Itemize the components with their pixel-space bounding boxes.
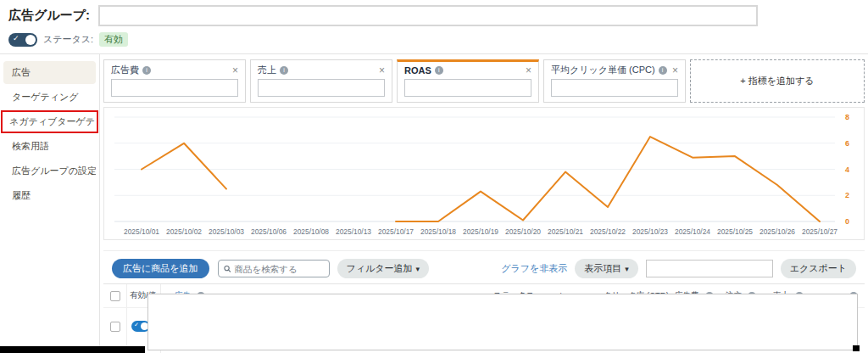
- add-filter-button[interactable]: フィルター追加 ▾: [337, 259, 430, 278]
- products-toolbar: 広告に商品を追加 フィルター追加 ▾ グラフを非表示 表示項目 ▾: [103, 250, 865, 278]
- product-search-input[interactable]: [234, 264, 323, 274]
- chevron-down-icon: ▾: [625, 265, 629, 273]
- svg-text:2025/10/18: 2025/10/18: [420, 227, 456, 236]
- row-checkbox[interactable]: [110, 322, 120, 332]
- svg-text:2025/10/13: 2025/10/13: [336, 227, 371, 236]
- chart-panel: 024682025/10/012025/10/022025/10/032025/…: [103, 107, 865, 240]
- row-content-placeholder: [147, 294, 858, 350]
- columns-button[interactable]: 表示項目 ▾: [575, 259, 638, 278]
- product-search[interactable]: [218, 260, 330, 277]
- status-row: ✓ ステータス: 有効: [0, 26, 868, 53]
- close-icon[interactable]: ×: [379, 64, 385, 76]
- sidebar-item-0[interactable]: 広告: [3, 61, 96, 84]
- select-all-checkbox[interactable]: [110, 291, 120, 301]
- metric-card-0[interactable]: 広告費i×: [103, 59, 246, 103]
- check-icon: ✓: [134, 322, 139, 328]
- svg-text:2025/10/25: 2025/10/25: [717, 227, 753, 236]
- svg-text:2025/10/24: 2025/10/24: [675, 227, 710, 236]
- sidebar-item-1[interactable]: ターゲティング: [3, 86, 96, 109]
- export-label: エクスポート: [790, 262, 847, 275]
- svg-text:2025/10/19: 2025/10/19: [463, 227, 498, 236]
- metric-card-1[interactable]: 売上i×: [250, 59, 392, 103]
- svg-text:2025/10/27: 2025/10/27: [802, 227, 837, 236]
- metric-card-label: ROAS: [404, 65, 431, 76]
- svg-text:2025/10/06: 2025/10/06: [251, 227, 287, 236]
- metric-line-chart: 024682025/10/012025/10/022025/10/032025/…: [104, 108, 864, 239]
- page-title: 広告グループ:: [8, 8, 90, 24]
- sidebar-item-3[interactable]: 検索用語: [3, 135, 96, 158]
- info-icon: i: [142, 66, 151, 75]
- bottom-black-mark: [853, 345, 860, 351]
- status-badge: 有効: [99, 32, 128, 47]
- metric-value-box: [551, 79, 678, 97]
- close-icon[interactable]: ×: [672, 64, 678, 76]
- hide-graph-link[interactable]: グラフを非表示: [501, 262, 567, 275]
- toggle-knob: [25, 35, 36, 45]
- ad-group-status-toggle[interactable]: ✓: [8, 33, 37, 47]
- close-icon[interactable]: ×: [232, 64, 238, 76]
- svg-text:0: 0: [845, 217, 849, 226]
- svg-text:2025/10/23: 2025/10/23: [632, 227, 668, 236]
- metric-card-label: 平均クリック単価 (CPC): [551, 64, 655, 76]
- svg-text:8: 8: [845, 113, 849, 121]
- svg-text:2025/10/02: 2025/10/02: [166, 227, 202, 236]
- metric-value-box: [258, 79, 385, 97]
- info-icon: i: [280, 66, 288, 75]
- add-products-button[interactable]: 広告に商品を追加: [112, 259, 209, 278]
- info-icon: i: [659, 66, 667, 75]
- svg-text:2025/10/03: 2025/10/03: [209, 227, 244, 236]
- columns-label: 表示項目: [584, 262, 621, 275]
- metric-card-label: 広告費: [111, 64, 139, 76]
- svg-text:2025/10/01: 2025/10/01: [124, 227, 159, 236]
- metric-card-label: 売上: [258, 64, 276, 76]
- toolbar-input[interactable]: [646, 260, 773, 277]
- bottom-black-strip: [0, 346, 145, 353]
- metric-cards-row: 広告費i×売上i×ROASi×平均クリック単価 (CPC)i×+ 指標を追加する: [103, 59, 865, 103]
- metric-value-box: [404, 79, 531, 97]
- svg-text:6: 6: [845, 139, 849, 148]
- page-header: 広告グループ:: [0, 0, 868, 26]
- metric-card-3[interactable]: 平均クリック単価 (CPC)i×: [543, 59, 686, 103]
- status-label: ステータス:: [43, 33, 93, 46]
- svg-text:2025/10/26: 2025/10/26: [760, 227, 795, 236]
- search-icon: [224, 265, 231, 273]
- svg-text:2: 2: [845, 191, 849, 199]
- sidebar: 広告ターゲティングネガティブターゲティング検索用語広告グループの設定履歴: [0, 54, 100, 353]
- export-button[interactable]: エクスポート: [781, 259, 856, 278]
- sidebar-item-5[interactable]: 履歴: [3, 184, 96, 207]
- metric-value-box: [111, 79, 238, 97]
- metric-card-2[interactable]: ROASi×: [397, 59, 539, 103]
- svg-text:2025/10/21: 2025/10/21: [548, 227, 583, 236]
- close-icon[interactable]: ×: [526, 64, 531, 76]
- svg-text:2025/10/20: 2025/10/20: [505, 227, 541, 236]
- svg-text:2025/10/08: 2025/10/08: [293, 227, 329, 236]
- svg-text:2025/10/17: 2025/10/17: [378, 227, 414, 236]
- header-checkbox-cell: [110, 284, 127, 307]
- add-filter-label: フィルター追加: [347, 262, 413, 275]
- sidebar-item-2[interactable]: ネガティブターゲティング: [1, 110, 98, 133]
- chevron-down-icon: ▾: [416, 265, 420, 273]
- add-metric-button[interactable]: + 指標を追加する: [690, 59, 865, 103]
- sidebar-item-4[interactable]: 広告グループの設定: [3, 160, 96, 182]
- info-icon: i: [435, 66, 443, 75]
- ad-group-name-input[interactable]: [98, 5, 758, 26]
- check-icon: ✓: [13, 34, 19, 42]
- svg-text:2025/10/22: 2025/10/22: [590, 227, 626, 236]
- svg-text:4: 4: [845, 165, 849, 174]
